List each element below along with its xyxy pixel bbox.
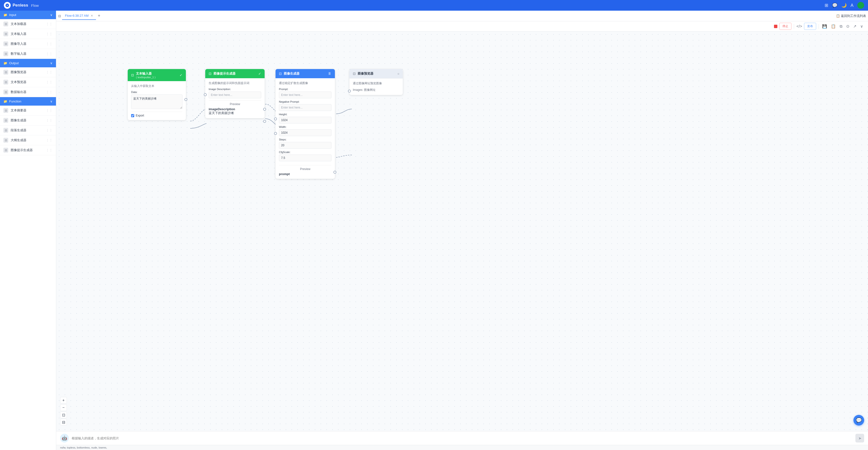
duplicate-icon-btn[interactable]: ⧉	[839, 23, 843, 30]
sidebar-item-data-output[interactable]: ⊡ 数据输出器 ⋮⋮	[0, 87, 56, 97]
drag-icon-12: ⋮⋮	[46, 148, 53, 152]
zoom-controls: + − ⊡ ⊟	[60, 397, 67, 425]
float-chat-btn[interactable]: 💬	[854, 415, 864, 425]
node-image-viewer-body: 通过图像网址预览图像 Images: 图像网址	[349, 78, 403, 95]
cube-icon-4: ⊡	[3, 51, 8, 56]
toolbar: 停止 </> 发布 💾 📋 ⧉ ⊙ ↗ ∨	[56, 21, 868, 31]
cube-icon-11: ⊡	[3, 138, 8, 143]
node-image-viewer-status: ○	[397, 72, 399, 75]
chat-icon[interactable]: 💬	[832, 3, 837, 8]
zoom-in-btn[interactable]: +	[60, 397, 67, 404]
flow-icon: ⊟	[58, 14, 61, 18]
sidebar-item-image-viewer[interactable]: ⊡ 图像预览器 ⋮⋮	[0, 67, 56, 77]
copy-icon-btn[interactable]: 📋	[830, 23, 837, 30]
data-label: Data:	[131, 91, 183, 94]
image-gen-left-handle-1	[274, 118, 277, 120]
preview-label-2: Preview	[279, 167, 332, 171]
stop-button[interactable]: 停止	[779, 23, 792, 30]
sidebar-section-output[interactable]: 📁 Output ∨	[0, 59, 56, 67]
folder-icon: 📁	[3, 13, 7, 17]
node-text-input-icon: ⊡	[131, 73, 134, 77]
zoom-fit-btn[interactable]: ⊡	[60, 412, 67, 418]
para-gen-label: 段落生成器	[11, 128, 26, 132]
prompt-input[interactable]	[279, 92, 332, 98]
sidebar-item-image-gen[interactable]: ⊡ 图像生成器 ⋮⋮	[0, 116, 56, 125]
image-viewer-left-handle	[348, 90, 351, 93]
image-desc-input[interactable]	[209, 92, 261, 98]
node-text-input-body: 从输入中获取文本 Data: 蓝天下的美丽沙滩 Export	[128, 81, 186, 120]
tab-flow[interactable]: Flow-6:38:27 AM ✕	[62, 12, 96, 20]
tab-flow-label: Flow-6:38:27 AM	[65, 14, 89, 18]
text-input-right-handle	[184, 98, 187, 101]
node-image-viewer-icon: ⊡	[353, 72, 356, 75]
node-text-input-desc: 从输入中获取文本	[131, 84, 183, 88]
zoom-map-btn[interactable]: ⊟	[60, 419, 67, 425]
avatar[interactable]	[857, 2, 864, 9]
sidebar-item-text-viewer[interactable]: ⊡ 文本预览器 ⋮⋮	[0, 77, 56, 87]
node-image-viewer-desc: 通过图像网址预览图像	[353, 82, 399, 86]
top-navigation: Penless Flow ⊞ 💬 🌙 A	[0, 0, 868, 11]
sidebar-item-para-gen[interactable]: ⊡ 段落生成器 ⋮⋮	[0, 125, 56, 135]
float-chat-icon: 💬	[856, 417, 862, 423]
save-icon-btn[interactable]: 💾	[821, 23, 828, 30]
width-input[interactable]	[279, 129, 332, 136]
text-summary-label: 文本摘要器	[11, 108, 26, 112]
cfg-input[interactable]	[279, 155, 332, 161]
sidebar-item-image-prompt-gen[interactable]: ⊡ 图像提示生成器 ⋮⋮	[0, 145, 56, 155]
text-viewer-label: 文本预览器	[11, 80, 26, 84]
outline-gen-label: 大纲生成器	[11, 138, 26, 142]
steps-input[interactable]	[279, 142, 332, 149]
publish-button[interactable]: 发布	[804, 23, 816, 30]
zoom-out-btn[interactable]: −	[60, 404, 67, 411]
text-input-textarea[interactable]: 蓝天下的美丽沙滩	[131, 94, 183, 109]
chat-bot-icon: 🤖	[60, 434, 69, 443]
moon-icon[interactable]: 🌙	[841, 3, 847, 8]
cube-icon-10: ⊡	[3, 128, 8, 133]
node-text-input-subtitle: ( textInputter_1 )	[136, 76, 156, 79]
node-image-prompt: ⊡ 图像提示生成器 ✓ 生成图像的提示词和负面提示词 Image Descrip…	[205, 69, 265, 118]
height-input[interactable]	[279, 117, 332, 124]
sidebar-item-text-input[interactable]: ⊡ 文本输入器 ⋮⋮	[0, 29, 56, 39]
node-text-input-title: 文本输入器	[136, 71, 156, 76]
image-gen-right-handle	[334, 171, 336, 174]
node-image-prompt-body: 生成图像的提示词和负面提示词 Image Description: Previe…	[205, 78, 265, 118]
sidebar-item-number-input[interactable]: ⊡ 数字输入器 ⋮⋮	[0, 49, 56, 59]
cube-icon-3: ⊡	[3, 41, 8, 46]
image-prompt-right-handle	[263, 108, 266, 111]
return-label: 返回到工作流列表	[841, 14, 866, 18]
export-checkbox[interactable]	[131, 114, 134, 117]
sidebar-section-function[interactable]: 📁 Function ∨	[0, 97, 56, 106]
sidebar-item-image-importer[interactable]: ⊡ 图像导入器 ⋮⋮	[0, 39, 56, 49]
canvas[interactable]: ⊡ 文本输入器 ( textInputter_1 ) ✓ 从输入中获取文本 Da…	[56, 31, 868, 445]
tab-icon: ⊟	[58, 14, 61, 18]
logo-icon	[4, 2, 11, 9]
tab-add-btn[interactable]: +	[96, 12, 102, 20]
drag-icon-8: ⋮⋮	[46, 108, 53, 112]
node-image-viewer-title: 图像预览器	[358, 71, 373, 76]
divider-1	[794, 24, 794, 29]
chat-input[interactable]	[72, 437, 852, 440]
sidebar-item-text-loader[interactable]: ⊡ 文本加载器 ⋮⋮	[0, 19, 56, 29]
node-divider-3	[279, 165, 332, 165]
node-image-prompt-status: ✓	[258, 72, 261, 75]
sidebar-item-text-summary[interactable]: ⊡ 文本摘要器 ⋮⋮	[0, 106, 56, 116]
sidebar-section-input[interactable]: 📁 Input ∨	[0, 11, 56, 19]
node-image-gen-title: 图像生成器	[284, 71, 300, 76]
logo[interactable]: Penless Flow	[4, 2, 39, 9]
neg-prompt-input[interactable]	[279, 104, 332, 111]
node-divider-1	[131, 111, 183, 112]
chat-send-btn[interactable]: ➤	[856, 434, 864, 443]
history-icon-btn[interactable]: ⊙	[845, 23, 850, 30]
tab-close-btn[interactable]: ✕	[91, 14, 93, 18]
sidebar-item-outline-gen[interactable]: ⊡ 大纲生成器 ⋮⋮	[0, 135, 56, 145]
more-icon-btn[interactable]: ∨	[859, 23, 864, 30]
preview-label-1: Preview	[209, 102, 261, 106]
prompt-preview-label: prompt	[279, 172, 332, 176]
translate-icon[interactable]: A	[850, 3, 854, 8]
share-icon-btn[interactable]: ↗	[852, 23, 857, 30]
grid-icon[interactable]: ⊞	[825, 3, 828, 8]
drag-icon-4: ⋮⋮	[46, 52, 53, 56]
return-to-list[interactable]: 📋 返回到工作流列表	[836, 14, 866, 18]
width-label: Width:	[279, 125, 332, 128]
node-text-input-header: ⊡ 文本输入器 ( textInputter_1 ) ✓	[128, 69, 186, 81]
